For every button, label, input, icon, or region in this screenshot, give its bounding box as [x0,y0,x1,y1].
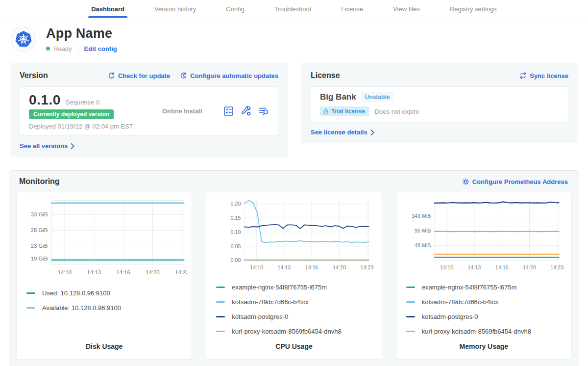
legend-item: kurl-proxy-kotsadm-8569fb6454-dnvh8 [216,328,376,335]
disk-usage-chart-card: 14:1014:1314:1614:2014:2333 GiB28 GiB23 … [16,192,192,360]
tab-troubleshoot[interactable]: Troubleshoot [273,0,312,18]
sync-license-label: Sync license [530,72,568,79]
license-expiry-text: Does not expire [375,108,419,115]
svg-text:33 GiB: 33 GiB [31,211,48,217]
check-for-update-button[interactable]: Check for update [108,72,170,79]
license-card: License Sync license Big Bank Unstable T… [301,63,578,143]
page-title: App Name [46,26,117,41]
edit-config-link[interactable]: Edit config [84,45,117,52]
sync-icon [519,72,527,79]
channel-badge: Unstable [361,92,394,102]
svg-text:14:13: 14:13 [87,269,101,275]
legend-label: example-nginx-54f8f76755-l675m [422,284,517,291]
svg-text:23 GiB: 23 GiB [31,243,48,249]
svg-text:14:13: 14:13 [278,264,291,270]
edit-config-wrench-icon[interactable] [241,106,251,116]
deploy-logs-icon[interactable] [259,106,269,116]
svg-text:0.15: 0.15 [231,215,241,221]
deployed-badge: Currently deployed version [29,109,114,119]
cpu-usage-legend: example-nginx-54f8f76755-l675mkotsadm-7f… [216,284,376,342]
svg-text:14:16: 14:16 [116,269,130,275]
chart-title: Memory Usage [401,342,566,352]
chart-title: Disk Usage [22,342,187,352]
legend-item: example-nginx-54f8f76755-l675m [216,284,376,291]
tab-view-files[interactable]: View files [392,0,421,18]
see-license-details-link[interactable]: See license details [311,129,375,136]
legend-item: kurl-proxy-kotsadm-8569fb6454-dnvh8 [406,328,566,335]
configure-automatic-updates-label: Configure automatic updates [190,72,278,79]
svg-text:14:20: 14:20 [333,264,346,270]
legend-swatch [406,301,415,303]
trial-license-label: Trial license [331,108,365,115]
status-text: Ready [53,45,72,52]
legend-swatch [216,287,225,288]
legend-swatch [26,307,35,309]
svg-text:0.00: 0.00 [231,257,241,263]
tab-license[interactable]: License [340,0,364,18]
chart-title: CPU Usage [211,342,376,352]
svg-text:14:20: 14:20 [523,264,536,270]
license-card-title: License [311,71,340,80]
chevron-right-icon [71,143,75,149]
tab-dashboard[interactable]: Dashboard [90,0,125,18]
refresh-icon [108,72,115,79]
legend-swatch [406,287,415,288]
svg-text:0.05: 0.05 [231,243,241,249]
configure-automatic-updates-button[interactable]: Configure automatic updates [180,72,278,79]
legend-label: kotsadm-7f9dc7d66c-b4tcx [232,298,308,306]
tab-registry-settings[interactable]: Registry settings [449,0,498,18]
svg-text:28 GiB: 28 GiB [31,227,48,233]
tab-config[interactable]: Config [225,0,245,18]
configure-prometheus-label: Configure Prometheus Address [472,178,568,185]
tab-version-history[interactable]: Version history [153,0,197,18]
legend-label: Used: 10.128.0.96:9100 [42,289,110,297]
stopwatch-icon [323,108,329,115]
disk-usage-legend: Used: 10.128.0.96:9100Available: 10.128.… [26,289,187,319]
svg-text:143 MiB: 143 MiB [412,213,431,219]
trial-license-badge: Trial license [320,106,369,116]
legend-swatch [216,301,225,303]
svg-text:14:10: 14:10 [58,269,72,275]
memory-usage-legend: example-nginx-54f8f76755-l675mkotsadm-7f… [406,284,566,342]
clock-refresh-icon [180,72,187,79]
legend-label: example-nginx-54f8f76755-l675m [232,284,327,291]
legend-label: kotsadm-7f9dc7d66c-b4tcx [422,298,498,306]
status-dot [46,47,50,51]
customer-name: Big Bank [320,92,356,102]
app-logo [11,26,36,52]
chevron-right-icon [370,130,375,135]
see-all-versions-label: See all versions [20,142,68,150]
app-header: App Name Ready Edit config [0,18,588,52]
preflight-checks-icon[interactable] [223,106,234,116]
version-number: 0.1.0 [29,92,61,108]
install-type-label: Online Install [142,107,223,115]
legend-swatch [406,331,415,332]
see-all-versions-link[interactable]: See all versions [20,142,75,150]
legend-swatch [216,316,225,317]
deployed-timestamp: Deployed 01/19/22 @ 02:04 pm EST [29,123,142,130]
legend-swatch [26,292,35,294]
svg-text:0.20: 0.20 [231,201,241,207]
disk-usage-chart: 14:1014:1314:1614:2014:2333 GiB28 GiB23 … [22,197,187,285]
configure-prometheus-button[interactable]: Configure Prometheus Address [462,178,568,185]
legend-item: Used: 10.128.0.96:9100 [26,289,187,297]
legend-item: kotsadm-postgres-0 [216,313,376,320]
legend-swatch [216,331,225,332]
svg-text:19 GiB: 19 GiB [31,256,48,261]
svg-text:14:16: 14:16 [495,264,508,270]
see-license-details-label: See license details [311,129,368,136]
check-for-update-label: Check for update [118,72,170,79]
legend-label: kurl-proxy-kotsadm-8569fb6454-dnvh8 [422,328,531,335]
gear-icon [462,178,469,185]
svg-text:14:23: 14:23 [361,264,374,270]
svg-text:14:23: 14:23 [175,269,187,275]
legend-item: kotsadm-postgres-0 [406,313,566,320]
memory-usage-chart-card: 14:1014:1314:1614:2014:23143 MiB95 MiB48… [396,192,572,360]
svg-text:14:23: 14:23 [550,264,564,270]
legend-item: Available: 10.128.0.96:9100 [26,304,187,312]
sync-license-button[interactable]: Sync license [519,72,568,79]
legend-item: example-nginx-54f8f76755-l675m [406,284,566,291]
svg-text:14:13: 14:13 [467,264,481,270]
cpu-usage-chart-card: 14:1014:1314:1614:2014:230.200.150.100.0… [206,192,382,360]
svg-text:14:10: 14:10 [250,264,264,270]
